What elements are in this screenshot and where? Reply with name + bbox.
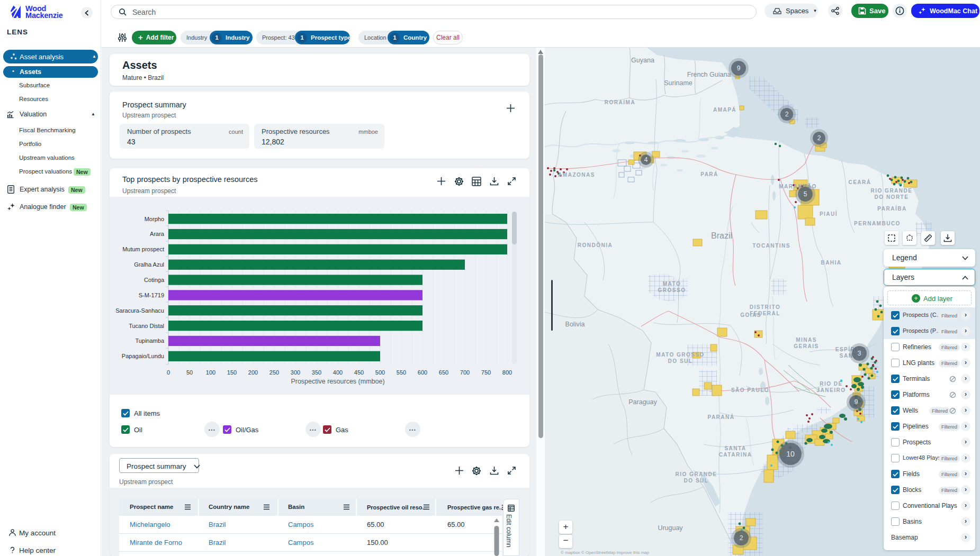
svg-text:350: 350 <box>312 369 321 376</box>
svg-text:AMAZONAS: AMAZONAS <box>558 172 595 178</box>
svg-text:Saracura-Sanhacu: Saracura-Sanhacu <box>115 307 164 314</box>
svg-text:MINAS: MINAS <box>796 337 817 343</box>
svg-text:DO SUL: DO SUL <box>684 478 709 484</box>
svg-text:Uruguay: Uruguay <box>658 524 683 532</box>
svg-text:PIAUÍ: PIAUÍ <box>820 211 838 217</box>
svg-text:GERAIS: GERAIS <box>794 343 819 349</box>
svg-text:Papagaio/Lundu: Papagaio/Lundu <box>122 353 164 359</box>
svg-text:Gralha Azul: Gralha Azul <box>134 261 164 268</box>
svg-text:French Guiana: French Guiana <box>687 71 731 78</box>
svg-text:700: 700 <box>460 369 470 376</box>
svg-text:250: 250 <box>269 369 279 376</box>
svg-text:RORAIMA: RORAIMA <box>605 99 635 105</box>
svg-text:JANEIRO: JANEIRO <box>817 387 846 393</box>
svg-text:BAHIA: BAHIA <box>821 260 841 266</box>
svg-text:650: 650 <box>439 369 448 376</box>
svg-text:RIO DE: RIO DE <box>820 381 842 387</box>
svg-text:Arara: Arara <box>150 231 165 237</box>
svg-text:Morpho: Morpho <box>145 216 164 222</box>
svg-text:500: 500 <box>375 369 385 376</box>
svg-text:Bolivia: Bolivia <box>565 321 585 328</box>
svg-text:S-M-1719: S-M-1719 <box>139 292 164 298</box>
svg-text:MATO: MATO <box>663 281 681 287</box>
svg-text:RIO GRANDE: RIO GRANDE <box>871 188 913 194</box>
svg-text:Paraguay: Paraguay <box>628 398 657 406</box>
svg-text:600: 600 <box>418 369 427 376</box>
svg-text:PARAÍBA: PARAÍBA <box>877 205 906 212</box>
svg-text:0: 0 <box>167 369 170 376</box>
svg-text:Mutum prospect: Mutum prospect <box>122 246 164 252</box>
svg-text:SANTA: SANTA <box>724 445 746 451</box>
svg-text:450: 450 <box>354 369 364 376</box>
svg-text:MATO GROSSO: MATO GROSSO <box>656 352 705 358</box>
svg-text:Tupinamba: Tupinamba <box>135 338 165 344</box>
svg-text:RONDÔNIA: RONDÔNIA <box>578 242 613 248</box>
svg-text:TOCANTINS: TOCANTINS <box>752 243 790 249</box>
svg-text:Tucano Distal: Tucano Distal <box>129 323 164 329</box>
svg-text:PARÁ: PARÁ <box>700 171 718 177</box>
svg-text:RIO GRANDE: RIO GRANDE <box>676 471 717 477</box>
svg-text:200: 200 <box>248 369 258 376</box>
svg-text:Prospective resources (mmboe): Prospective resources (mmboe) <box>291 378 384 385</box>
svg-text:800: 800 <box>502 369 512 376</box>
svg-text:FEDERAL: FEDERAL <box>750 311 780 316</box>
svg-text:550: 550 <box>397 369 406 376</box>
svg-text:300: 300 <box>291 369 300 376</box>
svg-text:GROSSO: GROSSO <box>658 287 686 293</box>
svg-text:DO NORTE: DO NORTE <box>875 194 909 200</box>
svg-text:100: 100 <box>206 369 215 376</box>
svg-text:PERNAMBUCO: PERNAMBUCO <box>854 221 901 226</box>
svg-text:DISTRITO: DISTRITO <box>750 304 780 310</box>
svg-text:Brazil: Brazil <box>711 231 732 240</box>
svg-text:400: 400 <box>333 369 343 376</box>
svg-text:DO SUL: DO SUL <box>668 358 693 364</box>
svg-text:750: 750 <box>481 369 491 376</box>
svg-text:AMAPÁ: AMAPÁ <box>713 106 736 113</box>
svg-text:MARANHÃO: MARANHÃO <box>779 183 816 189</box>
svg-text:Suriname: Suriname <box>664 79 693 87</box>
svg-text:CATARINA: CATARINA <box>719 452 752 458</box>
svg-text:Cotinga: Cotinga <box>144 277 165 283</box>
svg-text:PARANÁ: PARANÁ <box>707 414 734 420</box>
svg-text:50: 50 <box>186 369 193 376</box>
svg-text:CEARÁ: CEARÁ <box>848 179 871 185</box>
svg-text:150: 150 <box>227 369 237 376</box>
svg-text:Guyana: Guyana <box>631 57 654 64</box>
svg-text:SÃO PAULO: SÃO PAULO <box>731 387 769 393</box>
